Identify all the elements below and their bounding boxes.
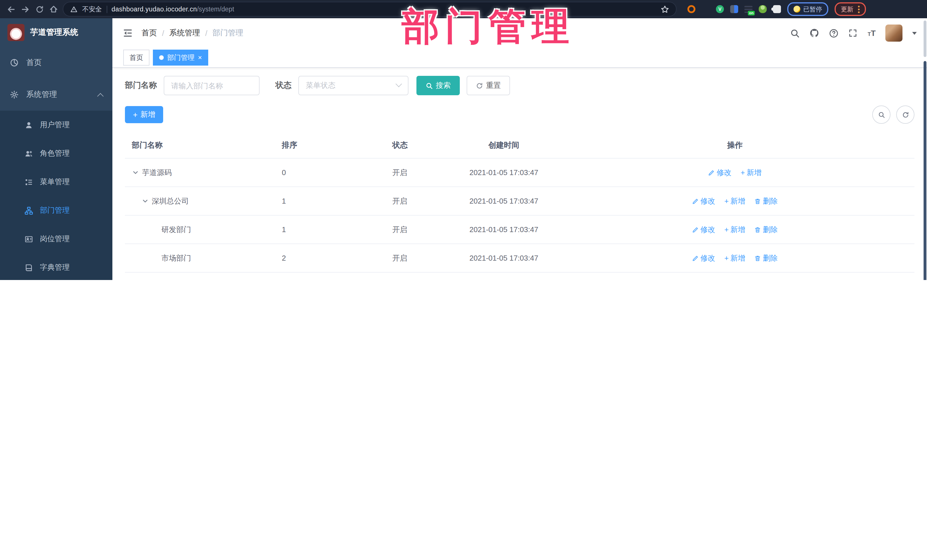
extensions-area: on 已暂停 更新 <box>687 2 866 16</box>
add-link[interactable]: 新增 <box>741 167 761 178</box>
status-label: 状态 <box>275 80 292 91</box>
github-icon[interactable] <box>810 28 819 38</box>
gear-icon <box>10 90 19 99</box>
edit-icon <box>708 169 715 176</box>
search-icon[interactable] <box>790 28 800 38</box>
add-link[interactable]: 新增 <box>725 253 745 263</box>
dept-name-label: 部门名称 <box>125 80 157 91</box>
extension-icon-proxy[interactable]: on <box>745 5 752 13</box>
plus-icon <box>741 168 745 177</box>
scrollbar-thumb[interactable] <box>924 61 926 280</box>
browser-update-button[interactable]: 更新 <box>834 2 866 16</box>
address-bar[interactable]: 不安全 dashboard.yudao.iocoder.cn/system/de… <box>63 2 676 17</box>
table-row: 研发部门 1 开启 2021-01-05 17:03:47 修改 新增 删除 <box>125 216 915 244</box>
dept-name: 研发部门 <box>161 225 191 235</box>
forward-icon[interactable] <box>20 4 30 14</box>
tab-dept-management[interactable]: 部门管理 <box>153 50 208 65</box>
sidebar-item-home[interactable]: 首页 <box>0 47 112 79</box>
scrollbar-thumb[interactable] <box>924 21 926 57</box>
update-button-label: 更新 <box>841 5 853 14</box>
extension-icon-v[interactable] <box>716 5 724 13</box>
edit-link[interactable]: 修改 <box>692 225 715 235</box>
breadcrumb-system[interactable]: 系统管理 <box>169 28 200 38</box>
avatar[interactable] <box>885 24 903 42</box>
extensions-puzzle-icon[interactable] <box>773 5 781 13</box>
column-header-created: 创建时间 <box>453 140 555 150</box>
font-size-icon[interactable] <box>868 29 876 37</box>
add-button[interactable]: 新增 <box>125 106 163 123</box>
help-icon[interactable] <box>829 28 839 38</box>
edit-link[interactable]: 修改 <box>692 196 715 206</box>
sidebar-item-menu-management[interactable]: 菜单管理 <box>0 168 112 196</box>
system-submenu: 用户管理 角色管理 菜单管理 部门管理 <box>0 111 112 280</box>
app-logo[interactable]: 芋道管理系统 <box>0 18 112 47</box>
sidebar-item-dict-management[interactable]: 字典管理 <box>0 253 112 280</box>
extension-icon-grid[interactable] <box>730 5 738 13</box>
search-icon <box>426 82 433 89</box>
url-text: dashboard.yudao.iocoder.cn/system/dept <box>111 6 234 12</box>
chevron-down-icon <box>396 81 402 87</box>
dept-name-input[interactable] <box>164 76 260 95</box>
expand-arrow-icon[interactable] <box>141 197 149 205</box>
tab-active-dot <box>159 55 164 60</box>
user-icon <box>24 120 33 129</box>
refresh-table-button[interactable] <box>896 106 915 124</box>
tab-home[interactable]: 首页 <box>123 50 149 65</box>
sidebar-item-post-management[interactable]: 岗位管理 <box>0 225 112 253</box>
toggle-search-button[interactable] <box>872 106 891 124</box>
column-header-name: 部门名称 <box>125 140 275 150</box>
dictionary-icon <box>24 263 33 272</box>
fullscreen-icon[interactable] <box>848 28 858 38</box>
status-text: 开启 <box>385 225 452 235</box>
plus-icon <box>133 110 137 119</box>
table-row: 测试部门 3 开启 2021-01-05 17:03:47 修改 新增 删除 <box>125 273 915 280</box>
edit-icon <box>692 226 699 233</box>
search-icon <box>878 111 885 118</box>
plus-icon <box>725 254 729 262</box>
back-icon[interactable] <box>6 4 16 14</box>
edit-link[interactable]: 修改 <box>692 253 715 263</box>
edit-icon <box>692 197 699 205</box>
sidebar-item-user-management[interactable]: 用户管理 <box>0 111 112 139</box>
breadcrumb-home[interactable]: 首页 <box>141 28 157 38</box>
search-button[interactable]: 搜索 <box>416 76 460 95</box>
home-icon[interactable] <box>49 4 59 14</box>
table-header-row: 部门名称 排序 状态 创建时间 操作 <box>125 133 915 159</box>
dept-name: 芋道源码 <box>142 167 172 178</box>
divider <box>106 5 107 13</box>
edit-link[interactable]: 修改 <box>708 167 732 178</box>
breadcrumb-current: 部门管理 <box>213 28 243 38</box>
sidebar-item-system-management[interactable]: 系统管理 <box>0 79 112 111</box>
status-select-placeholder: 菜单状态 <box>306 80 336 91</box>
sidebar-item-role-management[interactable]: 角色管理 <box>0 139 112 168</box>
status-select[interactable]: 菜单状态 <box>298 76 409 95</box>
add-link[interactable]: 新增 <box>725 196 745 206</box>
delete-link[interactable]: 删除 <box>754 196 778 206</box>
dashboard-icon <box>10 58 19 67</box>
sidebar-fold-icon[interactable] <box>123 28 133 38</box>
sidebar-item-dept-management[interactable]: 部门管理 <box>0 196 112 225</box>
badge-icon <box>24 234 33 243</box>
add-link[interactable]: 新增 <box>725 225 745 235</box>
edit-icon <box>692 255 699 261</box>
header-actions <box>790 24 917 42</box>
refresh-icon[interactable] <box>34 4 44 14</box>
delete-link[interactable]: 删除 <box>754 225 778 235</box>
bookmark-star-icon[interactable] <box>661 5 669 14</box>
extension-icon-gem[interactable] <box>702 5 710 13</box>
trash-icon <box>754 197 761 205</box>
caret-down-icon[interactable] <box>912 32 917 35</box>
dept-table: 部门名称 排序 状态 创建时间 操作 芋道源码 0 开启 <box>125 133 915 280</box>
plus-icon <box>725 197 729 205</box>
dept-name: 深圳总公司 <box>152 196 189 206</box>
reset-button[interactable]: 重置 <box>467 76 510 95</box>
expand-arrow-icon[interactable] <box>132 169 139 176</box>
extension-on-badge: on <box>748 11 755 15</box>
browser-profile-chip[interactable]: 已暂停 <box>787 2 828 16</box>
table-row: 深圳总公司 1 开启 2021-01-05 17:03:47 修改 新增 删除 <box>125 187 915 216</box>
extension-icon-target[interactable] <box>687 5 695 13</box>
delete-link[interactable]: 删除 <box>754 253 778 263</box>
extension-icon-person[interactable] <box>759 5 767 13</box>
close-icon[interactable] <box>198 54 202 61</box>
column-header-actions: 操作 <box>555 140 914 150</box>
